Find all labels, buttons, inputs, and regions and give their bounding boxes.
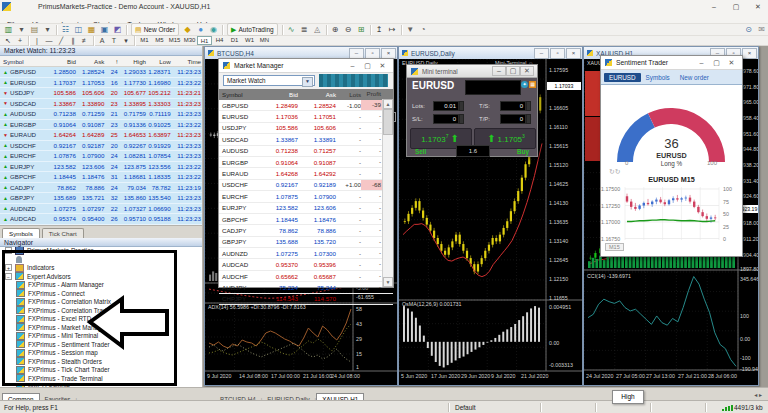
indicators-icon[interactable]: ∿ <box>285 24 298 35</box>
crosshair-icon[interactable]: + <box>14 36 26 45</box>
column-header-ask[interactable]: Ask <box>76 58 104 65</box>
profiles-icon[interactable]: ▤ <box>28 24 41 35</box>
market-manager-column-header[interactable]: SymbolBidAskLotsProfit <box>219 89 393 100</box>
column-header-bid[interactable]: Bid <box>48 58 76 65</box>
shapes-dropdown-icon[interactable]: ▾ <box>120 36 132 45</box>
table-row-eurchf[interactable]: EURCHF1.078751.07900-- <box>219 191 393 202</box>
table-row-audcad[interactable]: ▲AUDCAD0.953740.95400260.957100.9518811:… <box>0 214 202 225</box>
cursor-icon[interactable]: ↖ <box>2 36 14 45</box>
column-header-profit[interactable]: Profit <box>361 89 383 100</box>
timeframe-button-m5[interactable]: M5 <box>152 36 167 45</box>
table-row-gbpusd[interactable]: GBPUSD1.284991.28524-1.00-39 <box>219 100 393 111</box>
timeframe-button-m1[interactable]: M1 <box>137 36 152 45</box>
table-row-cadjpy[interactable]: CADJPY78.86278.886-- <box>219 225 393 236</box>
quantity-stepper[interactable] <box>459 101 464 111</box>
navigator-item-fxprimus-correlation-matrix[interactable]: FXPrimus - Correlation Matrix <box>0 298 202 307</box>
autotrading-button[interactable]: ▶AutoTrading <box>227 23 278 36</box>
field-input-sl[interactable]: 0 <box>433 114 459 124</box>
new-chart-icon[interactable]: ▥ <box>2 24 15 35</box>
minimize-button[interactable]: – <box>704 1 724 12</box>
table-row-gbpchf[interactable]: ▲GBPCHF1.184451.18476311.186811.1833511:… <box>0 172 202 183</box>
table-row-usdchf[interactable]: USDCHF0.921670.92189+1.00-68 <box>219 180 393 191</box>
tab-new-order[interactable]: New order <box>675 73 714 82</box>
data-window-icon[interactable]: ◫ <box>72 24 85 35</box>
navigator-item-fxprimus-alarm-manager[interactable]: FXPrimus - Alarm Manager <box>0 281 202 290</box>
table-row-eurchf[interactable]: ▲EURCHF1.078761.07900241.082811.0785411:… <box>0 151 202 162</box>
field-input-tp[interactable]: 0 <box>500 114 526 124</box>
navigator-item-fxprimus-tick-chart-trader[interactable]: FXPrimus - Tick Chart Trader <box>0 366 202 375</box>
market-watch-icon[interactable]: ☷ <box>59 24 72 35</box>
auto-scroll-icon[interactable]: ↥ <box>373 24 386 35</box>
child-minimize-button[interactable]: – <box>534 48 549 59</box>
table-row-audusd[interactable]: ▲AUDUSD0.712380.71259210.717590.7111911:… <box>0 109 202 120</box>
calendar-icon[interactable]: ▦ <box>529 81 536 88</box>
table-row-chfjpy[interactable]: CHFJPY114.543114.570-- <box>219 294 393 305</box>
column-header-low[interactable]: Low <box>146 58 171 65</box>
dialog-minimize-button[interactable]: – <box>345 62 360 70</box>
navigator-item-fxprimus-mini-terminal[interactable]: FXPrimus - Mini Terminal <box>0 332 202 341</box>
table-row-eurgbp[interactable]: ▲EURGBP0.910640.91087230.913360.9102511:… <box>0 120 202 131</box>
collapse-icon[interactable]: − <box>5 247 12 254</box>
quantity-stepper[interactable] <box>526 101 531 111</box>
mini-terminal-titlebar[interactable]: Mini terminal –▢✕ <box>407 65 537 78</box>
maximize-button[interactable]: ▢ <box>726 1 746 12</box>
dialog-maximize-button[interactable]: ▢ <box>506 66 520 76</box>
column-header-symbol[interactable]: Symbol <box>0 58 48 65</box>
table-row-euraud[interactable]: EURAUD1.642681.64292-- <box>219 168 393 179</box>
timeframe-button-m15[interactable]: M15 <box>167 36 182 45</box>
navigator-item-account[interactable] <box>0 255 202 264</box>
scrollbar[interactable]: ▲ ▼ <box>382 99 393 287</box>
table-row-usdchf[interactable]: ▲USDCHF0.921670.92187200.922670.9192911:… <box>0 141 202 152</box>
status-profile[interactable]: Default <box>455 404 476 411</box>
sentiment-trader-dialog[interactable]: Sentiment Trader –▢✕ EURUSDSymbolsNew or… <box>600 55 743 257</box>
tab-tick-chart[interactable]: Tick Chart <box>42 228 84 238</box>
scroll-down-icon[interactable]: ▼ <box>383 277 393 287</box>
tile-windows-icon[interactable]: ⊞ <box>355 24 368 35</box>
templates-dropdown-icon[interactable]: ▼ <box>404 24 417 35</box>
column-header-bid[interactable]: Bid <box>263 91 301 98</box>
dialog-close-button[interactable]: ✕ <box>375 62 390 70</box>
objects-icon[interactable]: ◬ <box>311 24 324 35</box>
quantity-stepper[interactable] <box>459 114 464 124</box>
navigator-item-fxprimus-session-map[interactable]: FXPrimus - Session map <box>0 349 202 358</box>
chat-icon[interactable]: ✉ <box>755 24 768 35</box>
search-icon[interactable]: ⊙ <box>742 24 755 35</box>
navigator-item-fxprimus-correlation-trader[interactable]: FXPrimus - Correlation Trader <box>0 306 202 315</box>
community-icon[interactable]: ● <box>194 24 207 35</box>
market-manager-titlebar[interactable]: Market Manager –▢✕ <box>219 59 393 73</box>
sentiment-trader-titlebar[interactable]: Sentiment Trader –▢✕ <box>601 56 742 70</box>
label-icon[interactable]: T <box>108 36 120 45</box>
table-row-gbpjpy[interactable]: GBPJPY135.688135.720-- <box>219 237 393 248</box>
navigator-item-account-server[interactable]: −PrimusMarkets-Practice <box>0 247 202 256</box>
child-close-button[interactable]: × <box>742 48 757 59</box>
table-row-usdcad[interactable]: USDCAD1.338671.33891-- <box>219 134 393 145</box>
terminal-icon[interactable]: ▣ <box>98 24 111 35</box>
strategy-tester-icon[interactable]: ◩ <box>111 24 124 35</box>
zoom-in-icon[interactable]: ⊕ <box>329 24 342 35</box>
column-header-symbol[interactable]: Symbol <box>219 91 263 98</box>
dialog-maximize-button[interactable]: ▢ <box>360 62 375 70</box>
table-row-audchf[interactable]: AUDCHF0.656620.65687-- <box>219 271 393 282</box>
table-row-gbpusd[interactable]: ▲GBPUSD1.285001.28524241.290331.2837111:… <box>0 67 202 78</box>
child-restore-button[interactable]: ▫ <box>365 48 380 59</box>
indicator-list-icon[interactable]: ≣ <box>298 24 311 35</box>
channel-icon[interactable]: ∥ <box>67 36 79 45</box>
field-input-ts[interactable]: 0 <box>500 101 526 111</box>
table-row-eurgbp[interactable]: EURGBP0.910640.91087-- <box>219 157 393 168</box>
dialog-maximize-button[interactable]: ▢ <box>709 59 724 67</box>
navigator-item-fxprimus-market-manager[interactable]: FXPrimus - Market Manager <box>0 323 202 332</box>
table-row-gbpjpy[interactable]: ▲GBPJPY135.689135.72132135.860135.54011:… <box>0 193 202 204</box>
table-row-euraud[interactable]: ▼EURAUD1.642641.64289251.646531.6389711:… <box>0 130 202 141</box>
fibonacci-icon[interactable]: ≢ <box>79 36 91 45</box>
tab-symbols[interactable]: Symbols <box>641 73 675 82</box>
table-row-eurjpy[interactable]: EURJPY123.582123.606-- <box>219 203 393 214</box>
profiles-dropdown-icon[interactable]: ▾ <box>41 24 54 35</box>
child-minimize-button[interactable]: – <box>349 48 364 59</box>
table-row-audjpy[interactable]: AUDJPY75.22475.244-- <box>219 282 393 293</box>
tab-symbols[interactable]: Symbols <box>2 228 40 238</box>
timeframe-button-w1[interactable]: W1 <box>242 36 257 45</box>
vertical-line-icon[interactable]: | <box>31 36 43 45</box>
zoom-out-icon[interactable]: ⊖ <box>342 24 355 35</box>
timeframe-button-h4[interactable]: H4 <box>212 36 227 45</box>
child-close-button[interactable]: × <box>381 48 396 59</box>
